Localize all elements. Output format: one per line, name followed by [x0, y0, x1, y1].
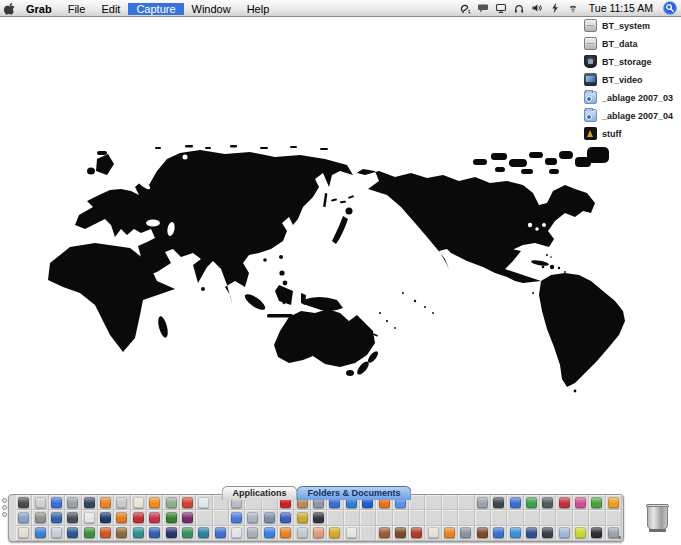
dock-app-icon[interactable] — [526, 527, 537, 538]
dock-app-icon[interactable] — [313, 512, 324, 523]
dock-app-icon[interactable] — [84, 497, 95, 508]
dock-app-icon[interactable] — [297, 527, 308, 538]
dock-app-icon[interactable] — [280, 512, 291, 523]
dock-app-icon[interactable] — [215, 527, 226, 538]
desktop-icon-stuff[interactable]: stuff — [584, 127, 673, 140]
dock-app-icon[interactable] — [198, 527, 209, 538]
dock-app-icon[interactable] — [35, 527, 46, 538]
dock-app-icon[interactable] — [608, 497, 619, 508]
apple-menu-icon[interactable] — [0, 2, 18, 15]
dock-app-icon[interactable] — [280, 527, 291, 538]
black-folder-icon[interactable] — [584, 127, 597, 140]
dock-app-icon[interactable] — [35, 497, 46, 508]
dock-app-icon[interactable] — [231, 512, 242, 523]
dock-app-icon[interactable] — [559, 497, 570, 508]
menu-help[interactable]: Help — [239, 3, 278, 15]
dock-app-icon[interactable] — [100, 497, 111, 508]
desktop-icon-bt-data[interactable]: BT_data — [584, 37, 673, 50]
dock-app-icon[interactable] — [116, 527, 127, 538]
dock-app-icon[interactable] — [182, 512, 193, 523]
dock-app-icon[interactable] — [542, 497, 553, 508]
dock-app-icon[interactable] — [526, 497, 537, 508]
trash-icon[interactable] — [646, 503, 669, 532]
desktop-icon-bt-video[interactable]: BT_video — [584, 73, 673, 86]
video-drive-icon[interactable] — [584, 73, 597, 86]
menu-capture[interactable]: Capture — [128, 3, 183, 15]
dock-app-icon[interactable] — [510, 497, 521, 508]
dock-app-icon[interactable] — [182, 497, 193, 508]
dock-app-icon[interactable] — [542, 527, 553, 538]
tab-folders-documents[interactable]: Folders & Documents — [297, 486, 412, 500]
battery-icon[interactable] — [548, 1, 562, 15]
hard-drive-icon[interactable] — [584, 19, 597, 32]
dock-app-icon[interactable] — [149, 512, 160, 523]
dock-app-icon[interactable] — [18, 512, 29, 523]
volume-icon[interactable] — [530, 1, 544, 15]
dock-app-icon[interactable] — [444, 527, 455, 538]
desktop-icon--ablage-2007-04[interactable]: _ablage 2007_04 — [584, 109, 673, 122]
dock-app-icon[interactable] — [133, 497, 144, 508]
dock-app-icon[interactable] — [297, 512, 308, 523]
dock-app-icon[interactable] — [166, 497, 177, 508]
dock-app-icon[interactable] — [100, 527, 111, 538]
ichat-icon[interactable] — [476, 1, 490, 15]
dock-app-icon[interactable] — [166, 527, 177, 538]
display-icon[interactable] — [494, 1, 508, 15]
dock-app-icon[interactable] — [346, 527, 357, 538]
dock-app-icon[interactable] — [166, 512, 177, 523]
dock-window-controls[interactable] — [2, 498, 7, 517]
palette-control-dot[interactable] — [2, 505, 7, 510]
dock-app-icon[interactable] — [67, 512, 78, 523]
palette-control-dot[interactable] — [2, 498, 7, 503]
dark-drive-icon[interactable] — [584, 55, 597, 68]
dock-app-icon[interactable] — [477, 527, 488, 538]
dock-app-icon[interactable] — [477, 497, 488, 508]
dock-app-icon[interactable] — [264, 512, 275, 523]
dock-app-icon[interactable] — [35, 512, 46, 523]
dock-app-icon[interactable] — [329, 527, 340, 538]
menu-window[interactable]: Window — [184, 3, 239, 15]
dock-app-icon[interactable] — [591, 497, 602, 508]
dock-app-icon[interactable] — [100, 512, 111, 523]
desktop-icon--ablage-2007-03[interactable]: _ablage 2007_03 — [584, 91, 673, 104]
dock-app-icon[interactable] — [379, 527, 390, 538]
dock-resize-handle[interactable] — [618, 536, 621, 539]
menu-file[interactable]: File — [60, 3, 94, 15]
dock-app-icon[interactable] — [411, 527, 422, 538]
dock-app-icon[interactable] — [264, 527, 275, 538]
dock-app-icon[interactable] — [591, 527, 602, 538]
dock-app-icon[interactable] — [67, 527, 78, 538]
dock-app-icon[interactable] — [149, 527, 160, 538]
dock-app-icon[interactable] — [231, 527, 242, 538]
menu-edit[interactable]: Edit — [93, 3, 128, 15]
dock-app-icon[interactable] — [51, 497, 62, 508]
dock-app-icon[interactable] — [182, 527, 193, 538]
menu-grab[interactable]: Grab — [18, 3, 60, 15]
dock-app-icon[interactable] — [18, 527, 29, 538]
dock-app-icon[interactable] — [313, 527, 324, 538]
dock-app-icon[interactable] — [149, 497, 160, 508]
dock-app-icon[interactable] — [559, 527, 570, 538]
airport-icon[interactable] — [566, 1, 580, 15]
dock-app-icon[interactable] — [84, 512, 95, 523]
dock-app-icon[interactable] — [67, 497, 78, 508]
dock-app-icon[interactable] — [428, 527, 439, 538]
dock-app-icon[interactable] — [133, 527, 144, 538]
palette-control-dot[interactable] — [2, 512, 7, 517]
hard-drive-icon[interactable] — [584, 37, 597, 50]
dock-app-icon[interactable] — [395, 527, 406, 538]
desktop-icon-bt-system[interactable]: BT_system — [584, 19, 673, 32]
dock-app-icon[interactable] — [510, 527, 521, 538]
dock-app-icon[interactable] — [460, 527, 471, 538]
dock-app-icon[interactable] — [493, 497, 504, 508]
dock-app-icon[interactable] — [84, 527, 95, 538]
dock-app-icon[interactable] — [51, 512, 62, 523]
desktop-icon-bt-storage[interactable]: BT_storage — [584, 55, 673, 68]
spotlight-icon[interactable] — [662, 1, 677, 16]
dock-app-icon[interactable] — [493, 527, 504, 538]
dock-app-icon[interactable] — [575, 497, 586, 508]
ink-icon[interactable] — [458, 1, 472, 15]
folder-icon[interactable] — [584, 109, 597, 122]
dock-app-icon[interactable] — [575, 527, 586, 538]
dock-app-icon[interactable] — [18, 497, 29, 508]
